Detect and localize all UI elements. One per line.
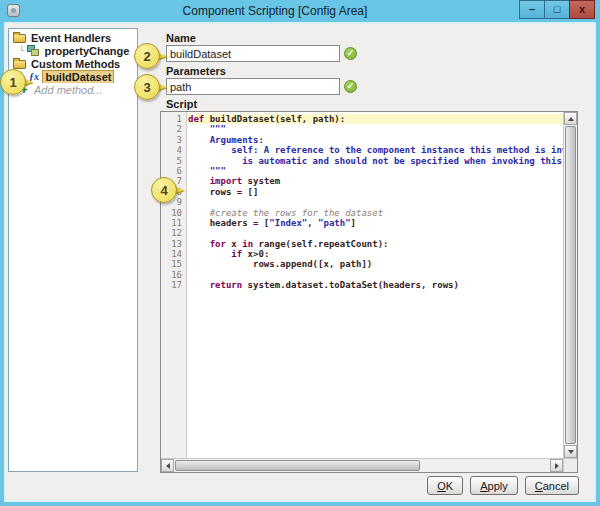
horizontal-scrollbar[interactable] — [161, 458, 563, 472]
tree-item-propertychange[interactable]: └propertyChange — [9, 44, 137, 57]
tree-item-event-handlers[interactable]: Event Handlers — [9, 31, 137, 44]
code-line: """ — [188, 166, 563, 176]
code-line: headers = ["Index", "path"] — [188, 218, 563, 228]
close-button[interactable]: x — [569, 0, 595, 19]
apply-button[interactable]: Apply — [470, 476, 518, 495]
vertical-scroll-thumb[interactable] — [565, 126, 576, 444]
code-line: rows = [] — [188, 187, 563, 197]
name-label: Name — [166, 32, 196, 44]
tree-connector: └ — [19, 46, 24, 56]
tree-item-label: propertyChange — [42, 45, 131, 57]
parameters-label: Parameters — [166, 65, 226, 77]
code-line: #create the rows for the dataset — [188, 208, 563, 218]
window-title: Component Scripting [Config Area] — [40, 4, 510, 18]
tree-item-label: Custom Methods — [29, 58, 122, 70]
cancel-button[interactable]: Cancel — [525, 476, 579, 495]
editor-code[interactable]: def buildDataset(self, path): """ Argume… — [188, 112, 563, 458]
line-number: 12 — [161, 228, 186, 238]
line-number: 1 — [161, 114, 186, 124]
code-line: Arguments: — [188, 135, 563, 145]
dialog-window: Component Scripting [Config Area] – □ x … — [0, 0, 600, 506]
editor-gutter: 1234567891011121314151617 — [161, 112, 187, 458]
method-tree: Event Handlers└propertyChangeCustom Meth… — [8, 28, 138, 472]
dialog-buttons: OKApplyCancel — [427, 476, 579, 495]
callout-number: 4 — [151, 177, 177, 203]
name-valid-check-icon: ✓ — [344, 47, 357, 60]
line-number: 5 — [161, 156, 186, 166]
line-number: 2 — [161, 124, 186, 134]
line-number: 16 — [161, 270, 186, 280]
code-line: """ — [188, 124, 563, 134]
folder-icon — [13, 34, 26, 43]
parameters-valid-check-icon: ✓ — [344, 80, 357, 93]
line-number: 3 — [161, 135, 186, 145]
folder-icon — [13, 60, 26, 69]
tree-item-label: buildDataset — [43, 71, 113, 83]
name-input[interactable] — [166, 45, 340, 62]
parameters-input[interactable] — [166, 78, 340, 95]
property-icon — [27, 45, 39, 56]
app-icon — [7, 4, 20, 17]
horizontal-scroll-thumb[interactable] — [175, 460, 420, 471]
maximize-button[interactable]: □ — [544, 0, 570, 19]
tree-item-label: Add method... — [32, 84, 105, 96]
window-controls: – □ x — [520, 0, 595, 19]
script-editor: 1234567891011121314151617 def buildDatas… — [160, 111, 578, 473]
code-line: self: A reference to the component insta… — [188, 145, 563, 155]
scroll-down-icon[interactable] — [564, 445, 577, 458]
callout-2: 2 — [134, 43, 160, 69]
code-line: for x in range(self.repeatCount): — [188, 239, 563, 249]
code-line: is automatic and should not be specified… — [188, 156, 563, 166]
scroll-up-icon[interactable] — [564, 112, 577, 125]
script-label: Script — [166, 98, 197, 110]
code-line: rows.append([x, path]) — [188, 259, 563, 269]
callout-number: 3 — [134, 74, 160, 100]
code-line: import system — [188, 176, 563, 186]
titlebar: Component Scripting [Config Area] – □ x — [0, 0, 600, 22]
code-line — [188, 197, 563, 207]
line-number: 14 — [161, 249, 186, 259]
line-number: 15 — [161, 259, 186, 269]
line-number: 10 — [161, 208, 186, 218]
callout-number: 1 — [0, 69, 26, 95]
ok-button[interactable]: OK — [427, 476, 463, 495]
callout-4: 4 — [151, 177, 177, 203]
tree-item-label: Event Handlers — [29, 32, 113, 44]
tree-item-custom-methods[interactable]: Custom Methods — [9, 57, 137, 70]
scroll-right-icon[interactable] — [550, 459, 563, 472]
scroll-left-icon[interactable] — [161, 459, 174, 472]
scrollbar-corner — [563, 458, 577, 472]
dialog-client-area: Event Handlers└propertyChangeCustom Meth… — [4, 22, 596, 502]
minimize-button[interactable]: – — [519, 0, 545, 19]
callout-1: 1 — [0, 69, 26, 95]
line-number: 11 — [161, 218, 186, 228]
code-line — [188, 228, 563, 238]
code-line: return system.dataset.toDataSet(headers,… — [188, 280, 563, 290]
line-number: 13 — [161, 239, 186, 249]
callout-3: 3 — [134, 74, 160, 100]
line-number: 17 — [161, 280, 186, 290]
line-number: 4 — [161, 145, 186, 155]
code-line: if x>0: — [188, 249, 563, 259]
code-line: def buildDataset(self, path): — [188, 114, 563, 124]
vertical-scrollbar[interactable] — [563, 112, 577, 458]
line-number: 6 — [161, 166, 186, 176]
callout-number: 2 — [134, 43, 160, 69]
code-line — [188, 270, 563, 280]
